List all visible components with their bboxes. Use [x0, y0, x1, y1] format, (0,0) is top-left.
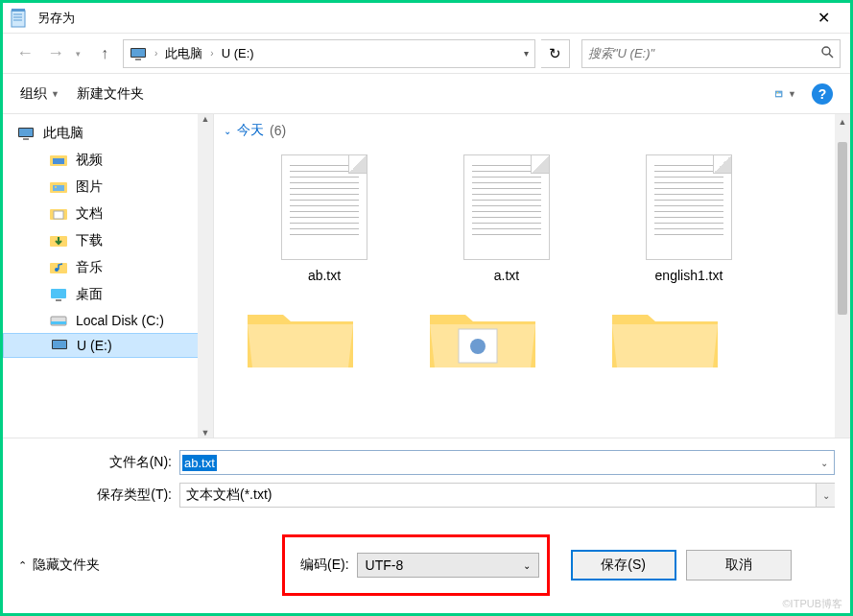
- sidebar-item-drive-e[interactable]: U (E:): [3, 333, 213, 358]
- chevron-down-icon[interactable]: ⌄: [816, 484, 835, 507]
- svg-rect-11: [776, 93, 781, 96]
- close-button[interactable]: ✕: [804, 9, 842, 27]
- filetype-label: 保存类型(T):: [18, 486, 172, 504]
- bottom-panel: 文件名(N): ab.txt ⌄ 保存类型(T): 文本文档(*.txt) ⌄ …: [3, 438, 850, 613]
- file-list-pane: ⌄ 今天 (6) ab.txt a.txt english1.txt: [214, 114, 850, 438]
- pc-icon: [130, 47, 147, 60]
- file-item[interactable]: ab.txt: [243, 149, 406, 289]
- collapse-icon: ⌄: [224, 126, 231, 136]
- sidebar-this-pc[interactable]: 此电脑: [3, 120, 213, 147]
- sidebar-item-music[interactable]: 音乐: [3, 254, 213, 281]
- address-dropdown-icon[interactable]: ▾: [524, 48, 529, 59]
- disk-icon: [50, 338, 69, 353]
- main-scrollbar[interactable]: ▲: [835, 114, 850, 438]
- pc-icon: [16, 126, 36, 141]
- svg-rect-15: [23, 138, 29, 140]
- sidebar-label: 下载: [76, 232, 103, 249]
- folder-item[interactable]: [425, 300, 540, 377]
- folder-item[interactable]: [243, 300, 358, 377]
- chevron-right-icon[interactable]: ›: [151, 48, 161, 59]
- svg-point-8: [822, 47, 830, 55]
- svg-line-9: [829, 54, 833, 58]
- videos-icon: [49, 153, 68, 168]
- sidebar-label: U (E:): [77, 338, 112, 353]
- sidebar-label: Local Disk (C:): [76, 313, 164, 328]
- file-item[interactable]: english1.txt: [607, 149, 770, 289]
- encoding-label: 编码(E):: [300, 557, 349, 574]
- filename-label: 文件名(N):: [18, 454, 172, 471]
- pictures-icon: [49, 179, 68, 195]
- search-input[interactable]: [588, 46, 820, 60]
- save-as-dialog: 另存为 ✕ ← → ▾ ↑ › 此电脑 › U (E:) ▾ ↻ 组织 ▼ 新建…: [0, 0, 853, 616]
- svg-rect-7: [135, 59, 141, 60]
- sidebar-label: 桌面: [76, 286, 103, 303]
- chevron-down-icon: ▼: [51, 89, 59, 99]
- svg-point-12: [777, 91, 779, 93]
- chevron-right-icon[interactable]: ›: [206, 48, 217, 59]
- svg-rect-29: [51, 321, 66, 324]
- sidebar-item-documents[interactable]: 文档: [3, 201, 213, 227]
- dialog-title: 另存为: [37, 10, 75, 27]
- svg-rect-22: [54, 211, 63, 219]
- folder-item[interactable]: [607, 300, 723, 377]
- svg-rect-0: [12, 11, 25, 27]
- forward-button[interactable]: →: [43, 41, 68, 66]
- svg-rect-14: [19, 129, 33, 136]
- text-file-icon: [281, 154, 367, 260]
- history-dropdown[interactable]: ▾: [76, 49, 81, 59]
- organize-button[interactable]: 组织 ▼: [20, 85, 59, 103]
- file-label: a.txt: [494, 268, 519, 283]
- music-icon: [49, 260, 68, 275]
- encoding-highlight: 编码(E): UTF-8 ⌄: [282, 534, 550, 596]
- up-button[interactable]: ↑: [92, 41, 117, 66]
- breadcrumb-drive[interactable]: U (E:): [222, 46, 254, 60]
- sidebar-item-videos[interactable]: 视频: [3, 147, 213, 174]
- hide-folders-toggle[interactable]: ⌃ 隐藏文件夹: [18, 557, 100, 574]
- svg-rect-6: [131, 49, 145, 57]
- sidebar-label: 音乐: [76, 259, 103, 276]
- desktop-icon: [49, 287, 68, 302]
- filetype-combo[interactable]: 文本文档(*.txt) ⌄: [179, 483, 835, 508]
- search-icon[interactable]: [820, 45, 834, 61]
- view-options-button[interactable]: ▼: [775, 85, 796, 103]
- refresh-button[interactable]: ↻: [541, 39, 570, 68]
- sidebar: 此电脑 视频 图片 文档 下载 音乐 桌面 Local Disk (C:) U …: [3, 114, 214, 438]
- file-item[interactable]: a.txt: [425, 149, 588, 289]
- back-button[interactable]: ←: [12, 41, 37, 66]
- save-button[interactable]: 保存(S): [571, 550, 676, 580]
- sidebar-item-desktop[interactable]: 桌面: [3, 281, 213, 308]
- sidebar-item-downloads[interactable]: 下载: [3, 227, 213, 254]
- file-label: ab.txt: [308, 268, 341, 283]
- sidebar-item-pictures[interactable]: 图片: [3, 174, 213, 201]
- notepad-icon: [11, 9, 30, 28]
- chevron-up-icon: ⌃: [18, 559, 27, 572]
- content-area: 此电脑 视频 图片 文档 下载 音乐 桌面 Local Disk (C:) U …: [3, 114, 850, 438]
- sidebar-label: 图片: [76, 178, 103, 196]
- encoding-select[interactable]: UTF-8 ⌄: [357, 553, 539, 578]
- help-button[interactable]: ?: [812, 83, 833, 105]
- cancel-button[interactable]: 取消: [686, 550, 792, 580]
- file-label: english1.txt: [655, 268, 723, 283]
- svg-rect-27: [56, 299, 61, 301]
- text-file-icon: [646, 154, 732, 260]
- sidebar-scrollbar[interactable]: ▲▼: [198, 114, 213, 438]
- svg-point-20: [55, 186, 57, 188]
- navigation-bar: ← → ▾ ↑ › 此电脑 › U (E:) ▾ ↻: [3, 34, 850, 74]
- watermark: ©ITPUB博客: [783, 597, 843, 611]
- sidebar-item-local-disk-c[interactable]: Local Disk (C:): [3, 308, 213, 333]
- address-bar[interactable]: › 此电脑 › U (E:) ▾: [123, 39, 535, 68]
- documents-icon: [49, 206, 68, 222]
- breadcrumb-root[interactable]: 此电脑: [165, 45, 202, 62]
- search-bar[interactable]: [581, 39, 841, 68]
- group-header-today[interactable]: ⌄ 今天 (6): [224, 122, 841, 139]
- filename-input[interactable]: ab.txt ⌄: [179, 450, 835, 475]
- chevron-down-icon[interactable]: ⌄: [815, 451, 834, 474]
- downloads-icon: [49, 233, 68, 249]
- svg-rect-19: [53, 185, 64, 191]
- svg-rect-17: [53, 158, 64, 164]
- new-folder-button[interactable]: 新建文件夹: [77, 85, 144, 103]
- sidebar-label: 视频: [76, 152, 103, 169]
- svg-rect-31: [53, 341, 66, 348]
- titlebar: 另存为 ✕: [3, 3, 850, 34]
- disk-icon: [49, 313, 68, 328]
